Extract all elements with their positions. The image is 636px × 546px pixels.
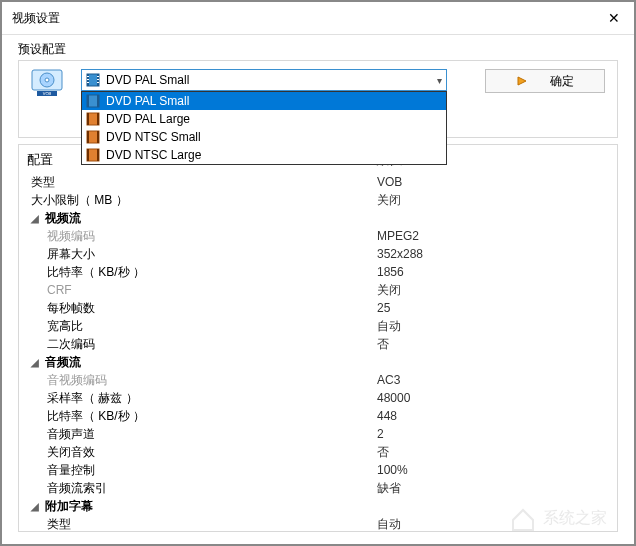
svg-rect-16 [97, 95, 99, 107]
collapse-icon[interactable]: ◢ [31, 501, 43, 512]
preset-option[interactable]: DVD PAL Large [82, 110, 446, 128]
config-value: 否 [377, 336, 613, 353]
table-row[interactable]: 比特率（ KB/秒 ）1856 [23, 263, 613, 281]
svg-rect-25 [97, 149, 99, 161]
preset-option-label: DVD NTSC Large [106, 148, 201, 162]
preset-option-label: DVD PAL Large [106, 112, 190, 126]
config-label: 类型 [23, 174, 377, 191]
config-label: 类型 [23, 516, 377, 532]
table-row[interactable]: 音量控制100% [23, 461, 613, 479]
category-audio[interactable]: ◢音频流 [23, 353, 613, 371]
config-value: 2 [377, 427, 613, 441]
table-row[interactable]: 类型 VOB [23, 173, 613, 191]
preset-selected-text: DVD PAL Small [106, 73, 189, 87]
preset-section-label: 预设配置 [18, 41, 618, 58]
close-icon[interactable]: ✕ [604, 8, 624, 28]
svg-rect-18 [87, 113, 89, 125]
window-title: 视频设置 [12, 10, 60, 27]
svg-rect-15 [87, 95, 89, 107]
category-label: 附加字幕 [45, 498, 93, 515]
ok-button-label: 确定 [550, 73, 574, 90]
chevron-down-icon: ▾ [437, 75, 442, 86]
preset-option[interactable]: DVD NTSC Small [82, 128, 446, 146]
svg-rect-22 [97, 131, 99, 143]
table-row[interactable]: 视频编码MPEG2 [23, 227, 613, 245]
config-label: 宽高比 [23, 318, 377, 335]
config-label: 视频编码 [23, 228, 377, 245]
config-label: 二次编码 [23, 336, 377, 353]
config-label: 音频流索引 [23, 480, 377, 497]
config-value: 1856 [377, 265, 613, 279]
config-label: 屏幕大小 [23, 246, 377, 263]
film-icon [86, 112, 100, 126]
config-label: 关闭音效 [23, 444, 377, 461]
svg-rect-19 [97, 113, 99, 125]
table-row[interactable]: 大小限制（ MB ） 关闭 [23, 191, 613, 209]
preset-option[interactable]: DVD NTSC Large [82, 146, 446, 164]
collapse-icon[interactable]: ◢ [31, 213, 43, 224]
config-value: 100% [377, 463, 613, 477]
config-value: 自动 [377, 318, 613, 335]
svg-rect-21 [87, 131, 89, 143]
svg-rect-10 [87, 82, 89, 83]
table-row[interactable]: 音频声道2 [23, 425, 613, 443]
config-value: AC3 [377, 373, 613, 387]
preset-option-label: DVD PAL Small [106, 94, 189, 108]
preset-option-label: DVD NTSC Small [106, 130, 201, 144]
config-value: 否 [377, 444, 613, 461]
config-value: 352x288 [377, 247, 613, 261]
table-row[interactable]: 音视频编码AC3 [23, 371, 613, 389]
preset-dropdown-list: DVD PAL Small DVD PAL Large DVD NTSC Sma… [81, 91, 447, 165]
category-label: 视频流 [45, 210, 81, 227]
svg-rect-9 [87, 79, 89, 80]
config-label: 音频声道 [23, 426, 377, 443]
svg-point-2 [45, 78, 49, 82]
svg-rect-24 [87, 149, 89, 161]
film-icon [86, 94, 100, 108]
config-label: CRF [23, 283, 377, 297]
config-value: 缺省 [377, 480, 613, 497]
config-value: VOB [377, 175, 613, 189]
table-row[interactable]: 音频流索引缺省 [23, 479, 613, 497]
config-label: 采样率（ 赫兹 ） [23, 390, 377, 407]
preset-dropdown[interactable]: DVD PAL Small ▾ [81, 69, 447, 91]
config-value: MPEG2 [377, 229, 613, 243]
table-row[interactable]: 屏幕大小352x288 [23, 245, 613, 263]
svg-rect-12 [97, 79, 99, 80]
preset-option[interactable]: DVD PAL Small [82, 92, 446, 110]
svg-rect-8 [87, 76, 89, 77]
film-icon [86, 148, 100, 162]
svg-text:VOB: VOB [43, 91, 52, 96]
table-row[interactable]: 关闭音效否 [23, 443, 613, 461]
config-label: 音视频编码 [23, 372, 377, 389]
table-row[interactable]: 类型自动 [23, 515, 613, 531]
arrow-right-icon [516, 74, 530, 88]
config-label: 比特率（ KB/秒 ） [23, 408, 377, 425]
table-row[interactable]: CRF关闭 [23, 281, 613, 299]
category-label: 音频流 [45, 354, 81, 371]
config-label: 音量控制 [23, 462, 377, 479]
config-value: 自动 [377, 516, 613, 532]
table-row[interactable]: 每秒帧数25 [23, 299, 613, 317]
config-value: 448 [377, 409, 613, 423]
film-icon [86, 73, 100, 87]
config-value: 25 [377, 301, 613, 315]
table-row[interactable]: 采样率（ 赫兹 ）48000 [23, 389, 613, 407]
collapse-icon[interactable]: ◢ [31, 357, 43, 368]
svg-rect-11 [97, 76, 99, 77]
ok-button[interactable]: 确定 [485, 69, 605, 93]
config-value: 关闭 [377, 282, 613, 299]
svg-rect-13 [97, 82, 99, 83]
config-tree[interactable]: 类型 VOB 大小限制（ MB ） 关闭 ◢视频流 视频编码MPEG2 屏幕大小… [19, 173, 617, 531]
table-row[interactable]: 二次编码否 [23, 335, 613, 353]
film-icon [86, 130, 100, 144]
category-video[interactable]: ◢视频流 [23, 209, 613, 227]
table-row[interactable]: 宽高比自动 [23, 317, 613, 335]
config-label: 每秒帧数 [23, 300, 377, 317]
table-row[interactable]: 比特率（ KB/秒 ）448 [23, 407, 613, 425]
config-label: 比特率（ KB/秒 ） [23, 264, 377, 281]
category-subtitle[interactable]: ◢附加字幕 [23, 497, 613, 515]
config-value: 48000 [377, 391, 613, 405]
config-label: 大小限制（ MB ） [23, 192, 377, 209]
svg-marker-26 [518, 77, 526, 85]
